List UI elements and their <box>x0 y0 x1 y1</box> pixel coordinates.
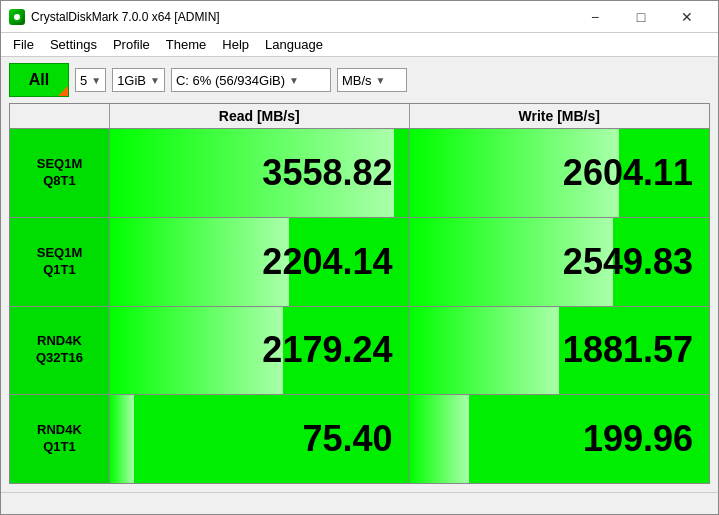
size-dropdown[interactable]: 1GiB ▼ <box>112 68 165 92</box>
row-read-rnd4k-q32t16: 2179.24 <box>110 307 410 395</box>
read-value: 2204.14 <box>262 241 392 283</box>
menu-language[interactable]: Language <box>257 35 331 54</box>
app-icon-inner <box>12 12 22 22</box>
row-label-seq1m-q1t1: SEQ1M Q1T1 <box>10 218 110 306</box>
read-value: 75.40 <box>302 418 392 460</box>
row-label-line1: SEQ1M <box>37 156 83 173</box>
row-read-rnd4k-q1t1: 75.40 <box>110 395 410 483</box>
menu-settings[interactable]: Settings <box>42 35 105 54</box>
table-body: SEQ1M Q8T1 3558.82 2604.11 SEQ1M Q1T1 <box>10 128 709 483</box>
runs-arrow-icon: ▼ <box>91 75 101 86</box>
row-read-seq1m-q1t1: 2204.14 <box>110 218 410 306</box>
row-read-seq1m-q8t1: 3558.82 <box>110 129 410 217</box>
table-row: RND4K Q32T16 2179.24 1881.57 <box>10 306 709 395</box>
toolbar: All 5 ▼ 1GiB ▼ C: 6% (56/934GiB) ▼ MB/s … <box>1 57 718 103</box>
maximize-button[interactable]: □ <box>618 1 664 33</box>
menu-theme[interactable]: Theme <box>158 35 214 54</box>
row-write-rnd4k-q32t16: 1881.57 <box>410 307 710 395</box>
table-header: Read [MB/s] Write [MB/s] <box>10 104 709 128</box>
row-label-rnd4k-q1t1: RND4K Q1T1 <box>10 395 110 483</box>
results-table: Read [MB/s] Write [MB/s] SEQ1M Q8T1 3558… <box>9 103 710 484</box>
row-label-line1: RND4K <box>37 333 82 350</box>
write-value: 1881.57 <box>563 329 693 371</box>
menu-help[interactable]: Help <box>214 35 257 54</box>
titlebar-left: CrystalDiskMark 7.0.0 x64 [ADMIN] <box>9 9 220 25</box>
table-row: SEQ1M Q8T1 3558.82 2604.11 <box>10 128 709 217</box>
minimize-button[interactable]: − <box>572 1 618 33</box>
row-write-seq1m-q1t1: 2549.83 <box>410 218 710 306</box>
row-label-line1: RND4K <box>37 422 82 439</box>
unit-value: MB/s <box>342 73 372 88</box>
drive-dropdown[interactable]: C: 6% (56/934GiB) ▼ <box>171 68 331 92</box>
row-write-seq1m-q8t1: 2604.11 <box>410 129 710 217</box>
unit-arrow-icon: ▼ <box>376 75 386 86</box>
menu-file[interactable]: File <box>5 35 42 54</box>
app-icon <box>9 9 25 25</box>
row-label-seq1m-q8t1: SEQ1M Q8T1 <box>10 129 110 217</box>
row-label-line2: Q1T1 <box>43 262 76 279</box>
drive-value: C: 6% (56/934GiB) <box>176 73 285 88</box>
table-row: SEQ1M Q1T1 2204.14 2549.83 <box>10 217 709 306</box>
main-content: Read [MB/s] Write [MB/s] SEQ1M Q8T1 3558… <box>1 103 718 492</box>
menu-profile[interactable]: Profile <box>105 35 158 54</box>
table-row: RND4K Q1T1 75.40 199.96 <box>10 394 709 483</box>
all-button[interactable]: All <box>9 63 69 97</box>
row-label-line1: SEQ1M <box>37 245 83 262</box>
main-window: CrystalDiskMark 7.0.0 x64 [ADMIN] − □ ✕ … <box>0 0 719 515</box>
drive-arrow-icon: ▼ <box>289 75 299 86</box>
titlebar: CrystalDiskMark 7.0.0 x64 [ADMIN] − □ ✕ <box>1 1 718 33</box>
runs-dropdown[interactable]: 5 ▼ <box>75 68 106 92</box>
size-value: 1GiB <box>117 73 146 88</box>
header-label-col <box>10 104 110 128</box>
header-write: Write [MB/s] <box>410 104 710 128</box>
write-value: 199.96 <box>583 418 693 460</box>
row-write-rnd4k-q1t1: 199.96 <box>410 395 710 483</box>
statusbar <box>1 492 718 514</box>
read-value: 3558.82 <box>262 152 392 194</box>
row-label-rnd4k-q32t16: RND4K Q32T16 <box>10 307 110 395</box>
titlebar-controls: − □ ✕ <box>572 1 710 33</box>
row-label-line2: Q8T1 <box>43 173 76 190</box>
read-value: 2179.24 <box>262 329 392 371</box>
runs-value: 5 <box>80 73 87 88</box>
size-arrow-icon: ▼ <box>150 75 160 86</box>
row-label-line2: Q32T16 <box>36 350 83 367</box>
row-label-line2: Q1T1 <box>43 439 76 456</box>
write-value: 2604.11 <box>563 152 693 194</box>
close-button[interactable]: ✕ <box>664 1 710 33</box>
header-read: Read [MB/s] <box>110 104 410 128</box>
unit-dropdown[interactable]: MB/s ▼ <box>337 68 407 92</box>
write-value: 2549.83 <box>563 241 693 283</box>
window-title: CrystalDiskMark 7.0.0 x64 [ADMIN] <box>31 10 220 24</box>
menubar: File Settings Profile Theme Help Languag… <box>1 33 718 57</box>
